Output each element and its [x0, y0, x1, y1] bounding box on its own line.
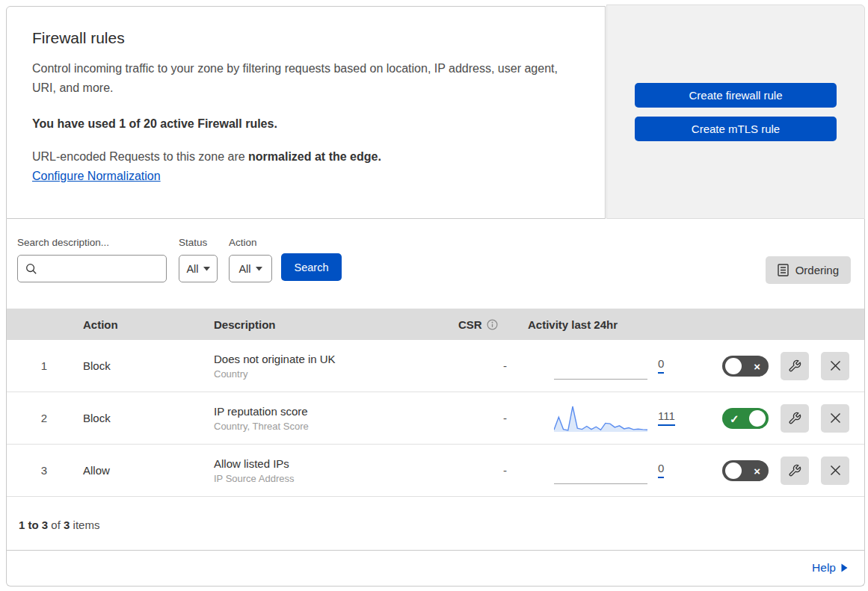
help-link[interactable]: Help	[812, 561, 836, 575]
items-label: items	[73, 519, 100, 531]
firewall-rules-page: Firewall rules Control incoming traffic …	[0, 0, 868, 591]
rule-csr-value: -	[455, 412, 519, 424]
filter-bar: Search description... Status All	[7, 219, 864, 309]
rule-description: IP reputation score Country, Threat Scor…	[212, 405, 455, 432]
table-row: 3 Allow Allow listed IPs IP Source Addre…	[7, 445, 864, 497]
wrench-icon	[788, 359, 801, 373]
table-row: 1 Block Does not originate in UK Country…	[7, 340, 864, 392]
delete-rule-button[interactable]	[821, 457, 849, 485]
status-dropdown[interactable]: All	[179, 255, 218, 282]
edit-rule-button[interactable]	[781, 352, 809, 380]
rule-description-text: IP reputation score	[214, 405, 455, 418]
rules-list-card: Search description... Status All	[6, 219, 865, 587]
action-dropdown-value: All	[238, 263, 250, 275]
rule-description: Allow listed IPs IP Source Address	[212, 457, 455, 484]
rule-description-text: Allow listed IPs	[214, 457, 455, 470]
column-header-csr: CSR	[455, 318, 519, 331]
search-button[interactable]: Search	[281, 253, 342, 281]
items-total: 3	[64, 519, 70, 531]
wrench-icon	[788, 464, 801, 477]
ordering-button-label: Ordering	[795, 264, 839, 276]
rule-activity-cell: 0	[519, 351, 691, 381]
activity-count-link[interactable]: 0	[658, 462, 664, 479]
items-range: 1 to 3	[19, 519, 48, 531]
page-title: Firewall rules	[32, 29, 579, 47]
action-label: Action	[229, 237, 272, 248]
rule-controls: × ✓	[691, 352, 864, 380]
action-filter-group: Action All	[229, 237, 272, 282]
wrench-icon	[788, 412, 801, 425]
activity-count-link[interactable]: 0	[658, 358, 664, 374]
chevron-down-icon	[256, 267, 262, 271]
column-header-description: Description	[212, 318, 455, 331]
table-header-row: Action Description CSR Activity last 24h…	[7, 309, 864, 340]
rule-csr-value: -	[455, 359, 519, 372]
column-header-csr-label: CSR	[458, 318, 482, 331]
toggle-x-icon: ×	[754, 360, 760, 371]
create-firewall-rule-button[interactable]: Create firewall rule	[635, 83, 837, 108]
ordering-button[interactable]: Ordering	[766, 256, 851, 284]
edit-rule-button[interactable]	[781, 457, 809, 485]
toggle-knob	[749, 410, 766, 427]
intro-card: Firewall rules Control incoming traffic …	[6, 6, 606, 219]
help-strip: Help	[7, 550, 864, 585]
activity-sparkline	[554, 456, 647, 486]
enable-toggle[interactable]: × ✓	[722, 408, 769, 429]
enable-toggle[interactable]: × ✓	[722, 356, 769, 377]
configure-normalization-link[interactable]: Configure Normalization	[32, 170, 161, 183]
rule-fields-text: IP Source Address	[214, 473, 455, 484]
rule-priority: 3	[7, 464, 81, 477]
status-label: Status	[179, 237, 218, 248]
status-dropdown-value: All	[186, 263, 198, 275]
rule-priority: 1	[7, 359, 81, 372]
edit-rule-button[interactable]	[781, 404, 809, 433]
normalization-note-bold: normalized at the edge.	[248, 150, 381, 163]
actions-panel: Create firewall rule Create mTLS rule	[606, 4, 865, 219]
delete-rule-button[interactable]	[821, 404, 849, 433]
rule-controls: × ✓	[691, 457, 864, 485]
status-filter-group: Status All	[179, 237, 218, 282]
rule-description: Does not originate in UK Country	[212, 353, 455, 380]
usage-summary: You have used 1 of 20 active Firewall ru…	[32, 117, 579, 131]
normalization-note-prefix: URL-encoded Requests to this zone are	[32, 150, 248, 163]
pagination-summary: 1 to 3 of 3 items	[7, 497, 864, 550]
search-box[interactable]	[17, 255, 167, 282]
action-dropdown[interactable]: All	[229, 255, 272, 282]
create-mtls-rule-button[interactable]: Create mTLS rule	[635, 117, 837, 141]
toggle-knob	[725, 462, 742, 479]
search-icon	[25, 263, 37, 275]
info-icon[interactable]	[487, 319, 498, 330]
toggle-x-icon: ×	[754, 465, 760, 476]
search-input[interactable]	[42, 263, 158, 275]
activity-sparkline	[554, 403, 647, 433]
activity-count-link[interactable]: 111	[658, 410, 675, 427]
table-row: 2 Block IP reputation score Country, Thr…	[7, 392, 864, 445]
ordering-list-icon	[778, 264, 789, 276]
delete-rule-button[interactable]	[821, 352, 849, 380]
close-icon	[830, 465, 841, 476]
activity-sparkline	[554, 351, 647, 381]
toggle-check-icon: ✓	[730, 412, 739, 424]
rule-action: Allow	[81, 464, 212, 477]
search-group: Search description...	[17, 237, 167, 282]
column-header-action: Action	[81, 318, 212, 331]
close-icon	[830, 412, 841, 424]
page-description: Control incoming traffic to your zone by…	[32, 59, 563, 98]
column-header-activity: Activity last 24hr	[519, 318, 691, 331]
rule-priority: 2	[7, 412, 81, 424]
search-label: Search description...	[17, 237, 167, 248]
enable-toggle[interactable]: × ✓	[722, 460, 769, 481]
rule-controls: × ✓	[691, 404, 864, 433]
toggle-knob	[725, 358, 742, 374]
rule-action: Block	[81, 412, 212, 424]
rule-csr-value: -	[455, 464, 519, 477]
help-arrow-icon	[841, 563, 848, 572]
items-of-text: of	[51, 519, 61, 531]
rule-activity-cell: 111	[519, 403, 691, 433]
rule-action: Block	[81, 359, 212, 372]
rule-fields-text: Country, Threat Score	[214, 421, 455, 432]
chevron-down-icon	[203, 267, 210, 271]
rule-activity-cell: 0	[519, 456, 691, 486]
rule-description-text: Does not originate in UK	[214, 353, 455, 365]
close-icon	[830, 360, 841, 371]
